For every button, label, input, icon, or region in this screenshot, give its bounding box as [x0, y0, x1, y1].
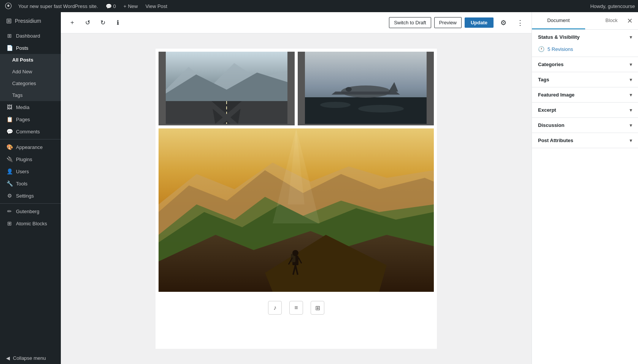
gallery-block-button[interactable]: ⊞ — [311, 301, 324, 315]
sidebar: ⊞ Pressidium ⊞ Dashboard 📄 Posts All Pos… — [0, 12, 61, 364]
chevron-down-icon: ▾ — [630, 108, 632, 113]
redo-button[interactable]: ↻ — [96, 16, 110, 30]
sidebar-item-add-new[interactable]: Add New — [0, 66, 61, 78]
section-label: Featured Image — [538, 92, 575, 98]
section-excerpt: Excerpt ▾ — [532, 103, 638, 118]
sidebar-item-label: Tags — [12, 92, 22, 98]
revisions-row[interactable]: 🕐 5 Revisions — [532, 44, 638, 57]
sidebar-item-tags[interactable]: Tags — [0, 89, 61, 101]
dashboard-icon: ⊞ — [6, 33, 13, 39]
gallery-large-image-container[interactable] — [156, 128, 437, 295]
sidebar-item-label: Pages — [16, 117, 30, 122]
view-post-link[interactable]: View Post — [142, 3, 170, 9]
sidebar-item-label: Media — [16, 104, 29, 110]
list-block-button[interactable]: ≡ — [289, 301, 303, 315]
revisions-label: 5 Revisions — [548, 46, 573, 52]
atomic-blocks-icon: ⊞ — [6, 220, 13, 226]
revisions-icon: 🕐 — [538, 46, 544, 52]
sidebar-item-label: Comments — [16, 129, 40, 135]
section-featured-image-header[interactable]: Featured Image ▾ — [532, 87, 638, 102]
sidebar-item-label: Settings — [16, 193, 34, 199]
editor-bottom-controls: ♪ ≡ ⊞ — [156, 295, 437, 321]
add-block-button[interactable]: ＋ — [65, 16, 79, 30]
sidebar-item-users[interactable]: 👤 Users — [0, 165, 61, 177]
howdy-text: Howdy, gutencourse — [590, 3, 635, 9]
sidebar-item-all-posts[interactable]: All Posts — [0, 54, 61, 66]
undo-button[interactable]: ↺ — [81, 16, 94, 30]
users-icon: 👤 — [6, 168, 13, 174]
gallery-image-road[interactable] — [159, 52, 295, 125]
new-link[interactable]: + New — [121, 3, 141, 9]
section-tags-header[interactable]: Tags ▾ — [532, 72, 638, 87]
sidebar-item-settings[interactable]: ⚙ Settings — [0, 190, 61, 202]
editor-toolbar: ＋ ↺ ↻ ℹ Switch to Draft Preview Update ⚙… — [61, 12, 532, 33]
editor-canvas: ♪ ≡ ⊞ — [156, 49, 437, 349]
new-label: New — [128, 3, 138, 9]
collapse-label: Collapse menu — [13, 355, 46, 361]
sidebar-item-label: Tools — [16, 181, 27, 187]
sidebar-item-categories[interactable]: Categories — [0, 78, 61, 89]
audio-block-button[interactable]: ♪ — [268, 301, 282, 315]
section-label: Discussion — [538, 122, 564, 128]
switch-to-draft-button[interactable]: Switch to Draft — [389, 17, 431, 28]
section-status-visibility-header[interactable]: Status & Visibility ▾ — [532, 30, 638, 44]
sidebar-item-dashboard[interactable]: ⊞ Dashboard — [0, 30, 61, 42]
gutenberg-icon: ✏ — [6, 208, 13, 214]
chevron-down-icon: ▾ — [630, 92, 632, 98]
section-excerpt-header[interactable]: Excerpt ▾ — [532, 103, 638, 117]
chevron-down-icon: ▾ — [630, 62, 632, 67]
plugins-icon: 🔌 — [6, 156, 13, 162]
editor-content[interactable]: ♪ ≡ ⊞ — [61, 33, 532, 364]
view-post-text: View Post — [145, 3, 167, 9]
media-icon: 🖼 — [6, 104, 13, 110]
section-label: Post Attributes — [538, 138, 573, 143]
sidebar-item-plugins[interactable]: 🔌 Plugins — [0, 153, 61, 165]
sidebar-divider-2 — [0, 203, 61, 204]
sidebar-item-atomic-blocks[interactable]: ⊞ Atomic Blocks — [0, 217, 61, 229]
sidebar-item-label: Appearance — [16, 144, 43, 150]
posts-icon: 📄 — [6, 45, 13, 51]
sidebar-item-media[interactable]: 🖼 Media — [0, 101, 61, 113]
comments-icon: 💬 — [6, 128, 13, 135]
sidebar-item-label: Add New — [12, 69, 32, 74]
info-button[interactable]: ℹ — [111, 16, 125, 30]
tools-icon: 🔧 — [6, 180, 13, 187]
comments-count: 0 — [113, 3, 116, 9]
svg-point-11 — [358, 105, 404, 112]
comments-link[interactable]: 💬 0 — [103, 3, 119, 9]
section-categories-header[interactable]: Categories ▾ — [532, 57, 638, 72]
sidebar-item-pages[interactable]: 📋 Pages — [0, 113, 61, 125]
sidebar-item-gutenberg[interactable]: ✏ Gutenberg — [0, 205, 61, 217]
section-discussion-header[interactable]: Discussion ▾ — [532, 118, 638, 133]
brand-icon: ⊞ — [6, 17, 12, 25]
sidebar-item-tools[interactable]: 🔧 Tools — [0, 177, 61, 190]
sidebar-item-comments[interactable]: 💬 Comments — [0, 125, 61, 138]
section-featured-image: Featured Image ▾ — [532, 87, 638, 103]
gallery-image-hiker — [159, 128, 434, 292]
sidebar-item-posts[interactable]: 📄 Posts — [0, 42, 61, 54]
more-options-button[interactable]: ⋮ — [513, 16, 527, 30]
chevron-down-icon: ▾ — [630, 138, 632, 143]
sidebar-brand[interactable]: ⊞ Pressidium — [0, 12, 61, 30]
section-post-attributes-header[interactable]: Post Attributes ▾ — [532, 133, 638, 148]
update-button[interactable]: Update — [465, 17, 494, 28]
section-post-attributes: Post Attributes ▾ — [532, 133, 638, 148]
comment-bubble-icon: 💬 — [106, 3, 112, 9]
sidebar-item-label: All Posts — [12, 57, 33, 63]
settings-button[interactable]: ⚙ — [497, 16, 510, 30]
svg-marker-13 — [332, 92, 400, 95]
section-label: Excerpt — [538, 107, 556, 113]
editor-area: ＋ ↺ ↻ ℹ Switch to Draft Preview Update ⚙… — [61, 12, 532, 364]
svg-point-10 — [320, 102, 351, 108]
pages-icon: 📋 — [6, 116, 13, 122]
sidebar-item-label: Atomic Blocks — [16, 221, 47, 226]
gallery-image-wreck[interactable] — [298, 52, 434, 125]
site-name[interactable]: Your new super fast WordPress site. — [15, 3, 101, 9]
sidebar-collapse-button[interactable]: ◀ Collapse menu — [0, 352, 61, 364]
panel-close-button[interactable]: ✕ — [624, 16, 635, 26]
sidebar-item-appearance[interactable]: 🎨 Appearance — [0, 141, 61, 153]
wp-logo-icon[interactable]: ⦿ — [3, 1, 14, 11]
tab-document[interactable]: Document — [532, 12, 585, 29]
chevron-down-icon: ▾ — [630, 35, 632, 40]
preview-button[interactable]: Preview — [434, 17, 462, 28]
